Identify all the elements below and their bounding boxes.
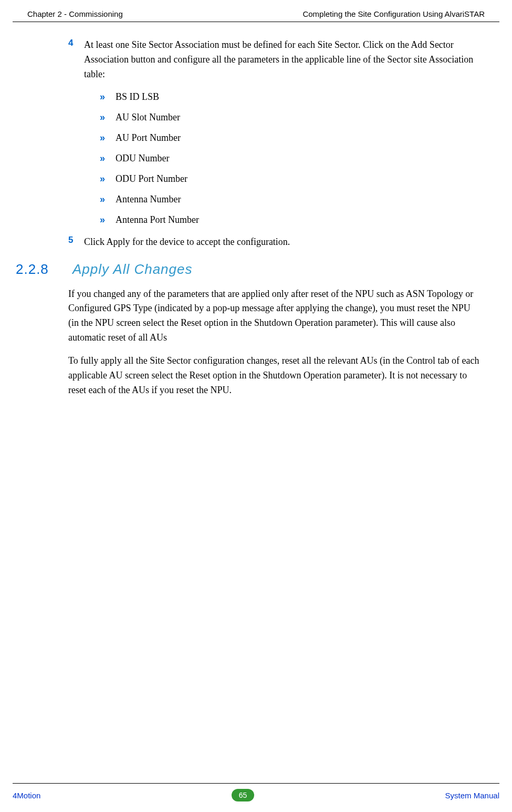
header-section: Completing the Site Configuration Using …	[302, 9, 485, 18]
chevron-icon: »	[100, 153, 116, 164]
chevron-icon: »	[100, 112, 116, 123]
body-paragraph: If you changed any of the parameters tha…	[68, 287, 480, 346]
list-item-label: ODU Number	[116, 153, 169, 164]
step-4: 4 At least one Site Sector Association m…	[68, 38, 480, 82]
step-5: 5 Click Apply for the device to accept t…	[68, 235, 480, 250]
list-item-label: Antenna Port Number	[116, 214, 199, 225]
list-item-label: Antenna Number	[116, 194, 181, 205]
page-header: Chapter 2 - Commissioning Completing the…	[13, 0, 499, 22]
list-item-label: BS ID LSB	[116, 91, 159, 102]
body-paragraph: To fully apply all the Site Sector confi…	[68, 354, 480, 398]
step-number: 5	[68, 235, 84, 250]
list-item-label: AU Slot Number	[116, 112, 180, 123]
footer-product: 4Motion	[13, 791, 40, 800]
sub-parameter-list: » BS ID LSB » AU Slot Number » AU Port N…	[100, 91, 480, 225]
header-chapter: Chapter 2 - Commissioning	[27, 9, 123, 18]
list-item-label: ODU Port Number	[116, 173, 187, 184]
list-item: » Antenna Number	[100, 194, 480, 205]
step-text: At least one Site Sector Association mus…	[84, 38, 480, 82]
list-item: » Antenna Port Number	[100, 214, 480, 225]
step-text: Click Apply for the device to accept the…	[84, 235, 290, 250]
chevron-icon: »	[100, 214, 116, 225]
footer-manual: System Manual	[445, 791, 499, 800]
step-number: 4	[68, 38, 84, 82]
chevron-icon: »	[100, 91, 116, 102]
list-item: » ODU Number	[100, 153, 480, 164]
page-number-badge: 65	[232, 789, 255, 801]
page-footer: 4Motion 65 System Manual	[13, 783, 499, 801]
section-heading: 2.2.8 Apply All Changes	[32, 261, 480, 277]
chevron-icon: »	[100, 173, 116, 184]
list-item: » AU Slot Number	[100, 112, 480, 123]
chevron-icon: »	[100, 132, 116, 143]
list-item: » BS ID LSB	[100, 91, 480, 102]
section-number: 2.2.8	[16, 261, 72, 277]
list-item: » ODU Port Number	[100, 173, 480, 184]
chevron-icon: »	[100, 194, 116, 205]
list-item-label: AU Port Number	[116, 132, 181, 143]
page-content: 4 At least one Site Sector Association m…	[0, 22, 512, 398]
list-item: » AU Port Number	[100, 132, 480, 143]
section-title: Apply All Changes	[72, 261, 193, 277]
